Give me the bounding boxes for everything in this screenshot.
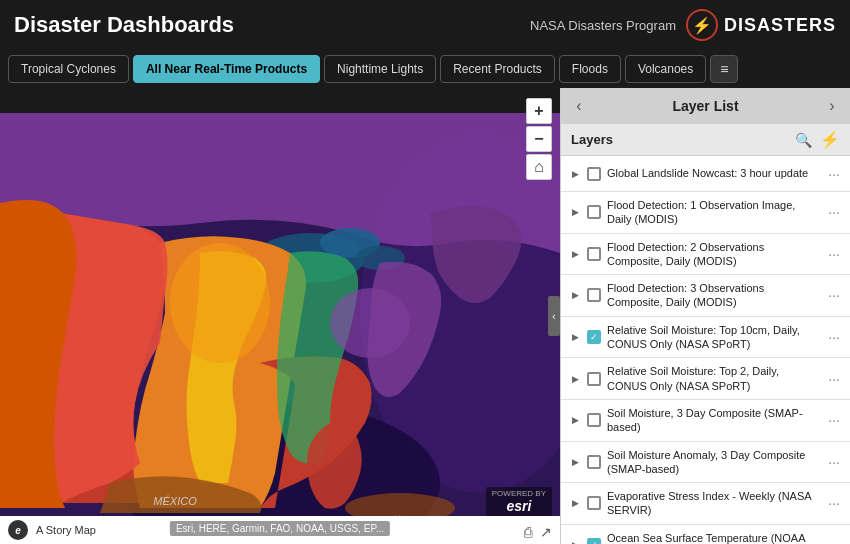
layer-list-item: ▶Flood Detection: 2 Observations Composi…	[561, 234, 850, 276]
zoom-in-button[interactable]: +	[526, 98, 552, 124]
layer-menu-icon[interactable]: ···	[826, 329, 842, 345]
story-map-label: A Story Map	[36, 524, 96, 536]
tab-volcanoes[interactable]: Volcanoes	[625, 55, 706, 83]
layer-list-item: ▶Flood Detection: 3 Observations Composi…	[561, 275, 850, 317]
layer-name: Evaporative Stress Index - Weekly (NASA …	[607, 489, 820, 518]
svg-text:MÉXICO: MÉXICO	[153, 495, 197, 507]
layer-menu-icon[interactable]: ···	[826, 495, 842, 511]
map-visualization: MÉXICO Guadalajara Havana ‹	[0, 88, 560, 544]
tab-all-near-real-time[interactable]: All Near Real-Time Products	[133, 55, 320, 83]
share-button[interactable]: ⎙	[524, 524, 532, 540]
layer-list-item: ▶Relative Soil Moisture: Top 2, Daily, C…	[561, 358, 850, 400]
layer-name: Flood Detection: 3 Observations Composit…	[607, 281, 820, 310]
layer-checkbox[interactable]	[587, 205, 601, 219]
layer-menu-icon[interactable]: ···	[826, 412, 842, 428]
layer-menu-icon[interactable]: ···	[826, 246, 842, 262]
layer-list-item: ▶Soil Moisture Anomaly, 3 Day Composite …	[561, 442, 850, 484]
layer-list-item: ▶Flood Detection: 1 Observation Image, D…	[561, 192, 850, 234]
layer-expand-icon[interactable]: ▶	[569, 539, 581, 544]
tab-tropical-cyclones[interactable]: Tropical Cyclones	[8, 55, 129, 83]
tab-nighttime-lights[interactable]: Nighttime Lights	[324, 55, 436, 83]
footer-icons: ⎙ ↗	[524, 524, 552, 540]
app-title: Disaster Dashboards	[14, 12, 234, 38]
layer-checkbox[interactable]	[587, 496, 601, 510]
disasters-label: DISASTERS	[724, 15, 836, 36]
layer-name: Relative Soil Moisture: Top 10cm, Daily,…	[607, 323, 820, 352]
layer-name: Flood Detection: 1 Observation Image, Da…	[607, 198, 820, 227]
map-attribution: Esri, HERE, Garmin, FAO, NOAA, USGS, EP.…	[170, 521, 390, 536]
layer-list-item: ▶Global Landslide Nowcast: 3 hour update…	[561, 156, 850, 192]
grid-icon-button[interactable]: ≡	[710, 55, 738, 83]
layer-panel: ‹ Layer List › Layers 🔍 ⚡ ▶Global Landsl…	[560, 88, 850, 544]
layer-menu-icon[interactable]: ···	[826, 537, 842, 544]
layer-menu-icon[interactable]: ···	[826, 454, 842, 470]
svg-point-6	[170, 243, 270, 363]
layer-expand-icon[interactable]: ▶	[569, 414, 581, 426]
layer-panel-sub: Layers 🔍 ⚡	[561, 124, 850, 156]
layer-panel-title: Layer List	[672, 98, 738, 114]
disasters-icon: ⚡	[686, 9, 718, 41]
layer-checkbox[interactable]	[587, 167, 601, 181]
home-button[interactable]: ⌂	[526, 154, 552, 180]
layer-expand-icon[interactable]: ▶	[569, 331, 581, 343]
layer-list-item: ▶Evaporative Stress Index - Weekly (NASA…	[561, 483, 850, 525]
layer-expand-icon[interactable]: ▶	[569, 206, 581, 218]
disasters-logo: ⚡ DISASTERS	[686, 9, 836, 41]
layer-menu-icon[interactable]: ···	[826, 204, 842, 220]
layer-expand-icon[interactable]: ▶	[569, 289, 581, 301]
layers-label: Layers	[571, 132, 613, 147]
layer-list: ▶Global Landslide Nowcast: 3 hour update…	[561, 156, 850, 544]
layer-filter-icon[interactable]: ⚡	[820, 130, 840, 149]
layer-menu-icon[interactable]: ···	[826, 166, 842, 182]
layer-name: Soil Moisture, 3 Day Composite (SMAP-bas…	[607, 406, 820, 435]
esri-logo: e	[8, 520, 28, 540]
map-area[interactable]: MÉXICO Guadalajara Havana ‹ + − ⌂ e A St…	[0, 88, 560, 544]
layer-list-item: ▶Soil Moisture, 3 Day Composite (SMAP-ba…	[561, 400, 850, 442]
header-right: NASA Disasters Program ⚡ DISASTERS	[530, 9, 836, 41]
zoom-out-button[interactable]: −	[526, 126, 552, 152]
layer-expand-icon[interactable]: ▶	[569, 373, 581, 385]
layer-checkbox[interactable]	[587, 538, 601, 544]
map-controls: + − ⌂	[526, 98, 552, 180]
layer-name: Ocean Sea Surface Temperature (NOAA and …	[607, 531, 820, 544]
nasa-program-label: NASA Disasters Program	[530, 18, 676, 33]
main-content: MÉXICO Guadalajara Havana ‹ + − ⌂ e A St…	[0, 88, 850, 544]
svg-text:‹: ‹	[552, 311, 555, 322]
layer-list-item: ▶Ocean Sea Surface Temperature (NOAA and…	[561, 525, 850, 544]
layer-checkbox[interactable]	[587, 455, 601, 469]
layer-name: Soil Moisture Anomaly, 3 Day Composite (…	[607, 448, 820, 477]
layer-checkbox[interactable]	[587, 413, 601, 427]
layer-name: Global Landslide Nowcast: 3 hour update	[607, 166, 820, 180]
layer-name: Relative Soil Moisture: Top 2, Daily, CO…	[607, 364, 820, 393]
app-header: Disaster Dashboards NASA Disasters Progr…	[0, 0, 850, 50]
layer-search-icon[interactable]: 🔍	[795, 132, 812, 148]
tab-floods[interactable]: Floods	[559, 55, 621, 83]
panel-chevron-left[interactable]: ‹	[569, 97, 589, 115]
layer-panel-header: ‹ Layer List ›	[561, 88, 850, 124]
layer-checkbox[interactable]	[587, 330, 601, 344]
layer-expand-icon[interactable]: ▶	[569, 456, 581, 468]
layer-name: Flood Detection: 2 Observations Composit…	[607, 240, 820, 269]
layer-expand-icon[interactable]: ▶	[569, 168, 581, 180]
nav-tabs: Tropical Cyclones All Near Real-Time Pro…	[0, 50, 850, 88]
layer-list-item: ▶Relative Soil Moisture: Top 10cm, Daily…	[561, 317, 850, 359]
external-link-button[interactable]: ↗	[540, 524, 552, 540]
layer-sub-icons: 🔍 ⚡	[795, 130, 840, 149]
layer-checkbox[interactable]	[587, 288, 601, 302]
layer-expand-icon[interactable]: ▶	[569, 497, 581, 509]
panel-chevron-right[interactable]: ›	[822, 97, 842, 115]
layer-checkbox[interactable]	[587, 372, 601, 386]
layer-expand-icon[interactable]: ▶	[569, 248, 581, 260]
esri-powered-logo: POWERED BY esri	[486, 487, 552, 516]
tab-recent-products[interactable]: Recent Products	[440, 55, 555, 83]
layer-menu-icon[interactable]: ···	[826, 287, 842, 303]
layer-checkbox[interactable]	[587, 247, 601, 261]
layer-menu-icon[interactable]: ···	[826, 371, 842, 387]
